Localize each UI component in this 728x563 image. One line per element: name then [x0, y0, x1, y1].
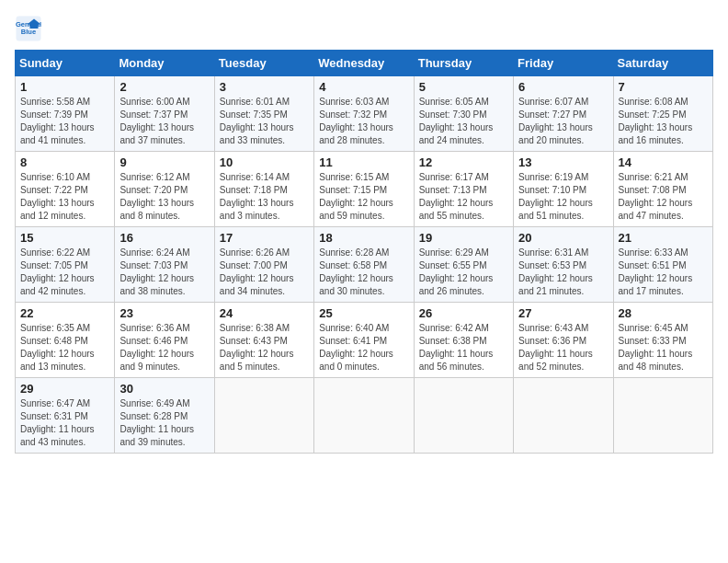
cell-info: Sunrise: 6:03 AM Sunset: 7:32 PM Dayligh…	[319, 96, 408, 147]
week-row-5: 29Sunrise: 6:47 AM Sunset: 6:31 PM Dayli…	[16, 378, 713, 454]
cell-info: Sunrise: 6:00 AM Sunset: 7:37 PM Dayligh…	[119, 96, 209, 147]
day-number: 22	[20, 306, 109, 320]
day-number: 18	[319, 231, 408, 245]
calendar-cell: 13Sunrise: 6:19 AM Sunset: 7:10 PM Dayli…	[514, 152, 613, 227]
cell-info: Sunrise: 6:33 AM Sunset: 6:51 PM Dayligh…	[619, 247, 708, 298]
calendar-cell: 8Sunrise: 6:10 AM Sunset: 7:22 PM Daylig…	[16, 152, 115, 227]
cell-info: Sunrise: 6:01 AM Sunset: 7:35 PM Dayligh…	[220, 96, 309, 147]
calendar-cell: 15Sunrise: 6:22 AM Sunset: 7:05 PM Dayli…	[16, 227, 115, 303]
day-number: 5	[419, 80, 508, 94]
cell-info: Sunrise: 6:19 AM Sunset: 7:10 PM Dayligh…	[518, 171, 608, 223]
cell-info: Sunrise: 6:22 AM Sunset: 7:05 PM Dayligh…	[20, 247, 109, 298]
calendar-cell: 7Sunrise: 6:08 AM Sunset: 7:25 PM Daylig…	[613, 76, 712, 152]
calendar-cell	[613, 378, 712, 454]
calendar-cell: 22Sunrise: 6:35 AM Sunset: 6:48 PM Dayli…	[16, 303, 115, 378]
cell-info: Sunrise: 6:45 AM Sunset: 6:33 PM Dayligh…	[619, 322, 708, 373]
cell-info: Sunrise: 6:28 AM Sunset: 6:58 PM Dayligh…	[319, 247, 408, 298]
cell-info: Sunrise: 6:29 AM Sunset: 6:55 PM Dayligh…	[419, 247, 508, 298]
cell-info: Sunrise: 6:38 AM Sunset: 6:43 PM Dayligh…	[220, 322, 309, 373]
day-number: 27	[518, 306, 608, 320]
calendar-cell	[414, 378, 513, 454]
day-number: 29	[20, 382, 109, 396]
day-number: 28	[619, 306, 708, 320]
cell-info: Sunrise: 6:14 AM Sunset: 7:18 PM Dayligh…	[220, 171, 309, 223]
logo: General Blue	[15, 15, 46, 42]
calendar-cell: 30Sunrise: 6:49 AM Sunset: 6:28 PM Dayli…	[115, 378, 214, 454]
cell-info: Sunrise: 6:49 AM Sunset: 6:28 PM Dayligh…	[119, 397, 209, 449]
cell-info: Sunrise: 6:31 AM Sunset: 6:53 PM Dayligh…	[518, 247, 608, 298]
day-number: 24	[220, 306, 309, 320]
col-header-tuesday: Tuesday	[214, 51, 313, 76]
day-number: 4	[319, 80, 408, 94]
calendar-cell: 17Sunrise: 6:26 AM Sunset: 7:00 PM Dayli…	[214, 227, 313, 303]
calendar-cell: 18Sunrise: 6:28 AM Sunset: 6:58 PM Dayli…	[314, 227, 414, 303]
cell-info: Sunrise: 6:42 AM Sunset: 6:38 PM Dayligh…	[419, 322, 508, 373]
calendar-cell: 27Sunrise: 6:43 AM Sunset: 6:36 PM Dayli…	[514, 303, 613, 378]
calendar-cell: 19Sunrise: 6:29 AM Sunset: 6:55 PM Dayli…	[414, 227, 513, 303]
day-number: 13	[518, 155, 608, 169]
day-number: 19	[419, 231, 508, 245]
day-number: 15	[20, 231, 109, 245]
day-number: 10	[220, 155, 309, 169]
calendar-cell: 5Sunrise: 6:05 AM Sunset: 7:30 PM Daylig…	[414, 76, 513, 152]
calendar-cell	[214, 378, 313, 454]
calendar-cell: 2Sunrise: 6:00 AM Sunset: 7:37 PM Daylig…	[115, 76, 214, 152]
day-number: 1	[20, 80, 109, 94]
day-number: 2	[119, 80, 209, 94]
col-header-friday: Friday	[514, 51, 613, 76]
week-row-4: 22Sunrise: 6:35 AM Sunset: 6:48 PM Dayli…	[16, 303, 713, 378]
cell-info: Sunrise: 6:21 AM Sunset: 7:08 PM Dayligh…	[619, 171, 708, 223]
day-number: 16	[119, 231, 209, 245]
calendar-cell: 6Sunrise: 6:07 AM Sunset: 7:27 PM Daylig…	[514, 76, 613, 152]
day-number: 17	[220, 231, 309, 245]
calendar-cell: 20Sunrise: 6:31 AM Sunset: 6:53 PM Dayli…	[514, 227, 613, 303]
cell-info: Sunrise: 6:17 AM Sunset: 7:13 PM Dayligh…	[419, 171, 508, 223]
calendar-cell: 10Sunrise: 6:14 AM Sunset: 7:18 PM Dayli…	[214, 152, 313, 227]
week-row-1: 1Sunrise: 5:58 AM Sunset: 7:39 PM Daylig…	[16, 76, 713, 152]
cell-info: Sunrise: 6:07 AM Sunset: 7:27 PM Dayligh…	[518, 96, 608, 147]
svg-text:Blue: Blue	[21, 28, 36, 36]
week-row-3: 15Sunrise: 6:22 AM Sunset: 7:05 PM Dayli…	[16, 227, 713, 303]
day-number: 8	[20, 155, 109, 169]
day-number: 21	[619, 231, 708, 245]
cell-info: Sunrise: 6:08 AM Sunset: 7:25 PM Dayligh…	[619, 96, 708, 147]
calendar-cell: 29Sunrise: 6:47 AM Sunset: 6:31 PM Dayli…	[16, 378, 115, 454]
col-header-wednesday: Wednesday	[314, 51, 414, 76]
day-number: 11	[319, 155, 408, 169]
page-header: General Blue	[15, 15, 713, 42]
col-header-thursday: Thursday	[414, 51, 513, 76]
day-number: 14	[619, 155, 708, 169]
logo-icon: General Blue	[15, 15, 42, 42]
calendar-header: SundayMondayTuesdayWednesdayThursdayFrid…	[16, 51, 713, 76]
calendar-cell: 12Sunrise: 6:17 AM Sunset: 7:13 PM Dayli…	[414, 152, 513, 227]
cell-info: Sunrise: 6:15 AM Sunset: 7:15 PM Dayligh…	[319, 171, 408, 223]
cell-info: Sunrise: 6:40 AM Sunset: 6:41 PM Dayligh…	[319, 322, 408, 373]
calendar-cell: 1Sunrise: 5:58 AM Sunset: 7:39 PM Daylig…	[16, 76, 115, 152]
day-number: 26	[419, 306, 508, 320]
col-header-saturday: Saturday	[613, 51, 712, 76]
day-number: 3	[220, 80, 309, 94]
calendar-table: SundayMondayTuesdayWednesdayThursdayFrid…	[15, 50, 713, 454]
calendar-cell: 16Sunrise: 6:24 AM Sunset: 7:03 PM Dayli…	[115, 227, 214, 303]
calendar-cell: 9Sunrise: 6:12 AM Sunset: 7:20 PM Daylig…	[115, 152, 214, 227]
day-number: 6	[518, 80, 608, 94]
calendar-cell: 21Sunrise: 6:33 AM Sunset: 6:51 PM Dayli…	[613, 227, 712, 303]
day-number: 9	[119, 155, 209, 169]
day-number: 7	[619, 80, 708, 94]
day-number: 12	[419, 155, 508, 169]
calendar-cell: 24Sunrise: 6:38 AM Sunset: 6:43 PM Dayli…	[214, 303, 313, 378]
cell-info: Sunrise: 6:10 AM Sunset: 7:22 PM Dayligh…	[20, 171, 109, 223]
cell-info: Sunrise: 5:58 AM Sunset: 7:39 PM Dayligh…	[20, 96, 109, 147]
cell-info: Sunrise: 6:26 AM Sunset: 7:00 PM Dayligh…	[220, 247, 309, 298]
cell-info: Sunrise: 6:05 AM Sunset: 7:30 PM Dayligh…	[419, 96, 508, 147]
calendar-cell	[514, 378, 613, 454]
calendar-cell: 14Sunrise: 6:21 AM Sunset: 7:08 PM Dayli…	[613, 152, 712, 227]
day-number: 25	[319, 306, 408, 320]
cell-info: Sunrise: 6:47 AM Sunset: 6:31 PM Dayligh…	[20, 397, 109, 449]
calendar-cell: 23Sunrise: 6:36 AM Sunset: 6:46 PM Dayli…	[115, 303, 214, 378]
calendar-cell: 26Sunrise: 6:42 AM Sunset: 6:38 PM Dayli…	[414, 303, 513, 378]
calendar-cell: 11Sunrise: 6:15 AM Sunset: 7:15 PM Dayli…	[314, 152, 414, 227]
calendar-cell: 25Sunrise: 6:40 AM Sunset: 6:41 PM Dayli…	[314, 303, 414, 378]
cell-info: Sunrise: 6:36 AM Sunset: 6:46 PM Dayligh…	[119, 322, 209, 373]
calendar-cell: 4Sunrise: 6:03 AM Sunset: 7:32 PM Daylig…	[314, 76, 414, 152]
